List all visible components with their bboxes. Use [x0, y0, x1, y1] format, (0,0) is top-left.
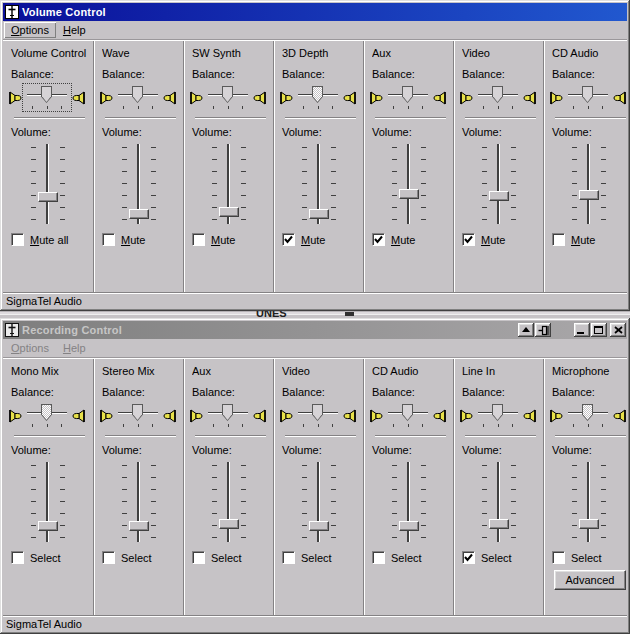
volume-slider[interactable] [392, 144, 426, 224]
balance-thumb-handle[interactable] [222, 86, 233, 103]
channel-checkbox[interactable]: Select [102, 551, 183, 564]
volume-ticks-left [31, 147, 36, 220]
balance-thumb-handle[interactable] [312, 86, 323, 103]
volume-fader-icon[interactable] [5, 323, 19, 337]
balance-slider[interactable] [24, 403, 70, 428]
channel-checkbox[interactable]: Mute [102, 233, 183, 246]
channel-checkbox[interactable]: Select [372, 551, 453, 564]
checkbox-box[interactable] [282, 551, 295, 564]
balance-thumb-handle[interactable] [492, 404, 503, 421]
checkbox-box[interactable] [552, 551, 565, 564]
volume-slider[interactable] [392, 462, 426, 542]
volume-slider[interactable] [122, 462, 156, 542]
channel-checkbox[interactable]: Mute [552, 233, 630, 246]
checkbox-box[interactable] [11, 551, 24, 564]
volume-slider[interactable] [572, 462, 606, 542]
checkbox-box[interactable] [102, 551, 115, 564]
channel-checkbox[interactable]: Mute [192, 233, 273, 246]
balance-slider[interactable] [565, 85, 611, 110]
balance-slider[interactable] [115, 403, 161, 428]
volume-slider[interactable] [31, 462, 65, 542]
balance-thumb-handle[interactable] [582, 404, 593, 421]
volume-slider[interactable] [482, 144, 516, 224]
volume-thumb-handle[interactable] [579, 519, 599, 529]
volume-thumb-handle[interactable] [399, 521, 419, 531]
volume-thumb-handle[interactable] [219, 519, 239, 529]
advanced-button[interactable]: Advanced [554, 570, 626, 590]
volume-slider[interactable] [212, 144, 246, 224]
checkbox-box[interactable] [192, 551, 205, 564]
balance-thumb-handle[interactable] [41, 86, 52, 103]
checkbox-box[interactable] [462, 233, 475, 246]
volume-slider[interactable] [122, 144, 156, 224]
checkbox-box[interactable] [11, 233, 24, 246]
checkbox-box[interactable] [282, 233, 295, 246]
balance-thumb-handle[interactable] [402, 404, 413, 421]
volume-slider[interactable] [31, 144, 65, 224]
balance-thumb-handle[interactable] [402, 86, 413, 103]
balance-thumb-handle[interactable] [222, 404, 233, 421]
volume-thumb-handle[interactable] [399, 189, 419, 199]
volume-thumb-handle[interactable] [38, 521, 58, 531]
channel-checkbox[interactable]: Select [462, 551, 543, 564]
volume-thumb-handle[interactable] [219, 207, 239, 217]
balance-slider[interactable] [205, 85, 251, 110]
volume-thumb-handle[interactable] [489, 519, 509, 529]
channel-checkbox[interactable]: Select [11, 551, 93, 564]
checkbox-box[interactable] [552, 233, 565, 246]
menu-item-help[interactable]: Help [56, 22, 93, 38]
balance-thumb-handle[interactable] [582, 86, 593, 103]
checkbox-box[interactable] [102, 233, 115, 246]
volume-thumb-handle[interactable] [129, 209, 149, 219]
checkbox-box[interactable] [372, 233, 385, 246]
channel-checkbox[interactable]: Select [552, 551, 630, 564]
balance-slider[interactable] [385, 85, 431, 110]
minimize-button[interactable] [574, 323, 590, 337]
balance-slider[interactable] [115, 85, 161, 110]
balance-thumb-handle[interactable] [41, 404, 52, 421]
balance-thumb-handle[interactable] [132, 86, 143, 103]
checkbox-box[interactable] [372, 551, 385, 564]
channel-checkbox[interactable]: Mute [282, 233, 363, 246]
volume-thumb-handle[interactable] [129, 521, 149, 531]
balance-slider[interactable] [295, 85, 341, 110]
volume-fader-icon[interactable] [5, 5, 19, 19]
balance-thumb-handle[interactable] [492, 86, 503, 103]
volume-slider[interactable] [482, 462, 516, 542]
volume-slider[interactable] [302, 144, 336, 224]
channel-checkbox[interactable]: Mute [462, 233, 543, 246]
balance-thumb-handle[interactable] [312, 404, 323, 421]
balance-slider[interactable] [205, 403, 251, 428]
balance-thumb-handle[interactable] [132, 404, 143, 421]
channel-checkbox[interactable]: Mute [372, 233, 453, 246]
balance-slider[interactable] [565, 403, 611, 428]
volume-slider[interactable] [302, 462, 336, 542]
channel-column: Stereo Mix Balance: [93, 359, 183, 615]
close-button[interactable] [610, 323, 626, 337]
volume-thumb-handle[interactable] [309, 521, 329, 531]
balance-slider[interactable] [385, 403, 431, 428]
checkbox-box[interactable] [192, 233, 205, 246]
channel-name-label: Microphone [552, 365, 630, 379]
recording-window-titlebar[interactable]: Recording Control [3, 321, 627, 339]
channel-checkbox[interactable]: Select [192, 551, 273, 564]
menu-item-options[interactable]: Options [4, 22, 56, 38]
volume-thumb-handle[interactable] [489, 191, 509, 201]
maximize-button[interactable] [591, 323, 607, 337]
channel-checkbox[interactable]: Select [282, 551, 363, 564]
volume-thumb-handle[interactable] [309, 209, 329, 219]
volume-slider[interactable] [212, 462, 246, 542]
volume-ticks-right [601, 465, 606, 538]
roll-up-button[interactable] [518, 323, 534, 337]
pin-button[interactable] [535, 323, 551, 337]
volume-slider[interactable] [572, 144, 606, 224]
channel-checkbox[interactable]: Mute all [11, 233, 93, 246]
balance-slider[interactable] [295, 403, 341, 428]
volume-thumb-handle[interactable] [579, 190, 599, 200]
checkbox-box[interactable] [462, 551, 475, 564]
balance-slider[interactable] [475, 403, 521, 428]
volume-thumb-handle[interactable] [38, 192, 58, 202]
volume-window-titlebar[interactable]: Volume Control [3, 3, 627, 21]
balance-slider[interactable] [475, 85, 521, 110]
balance-slider[interactable] [24, 85, 70, 110]
